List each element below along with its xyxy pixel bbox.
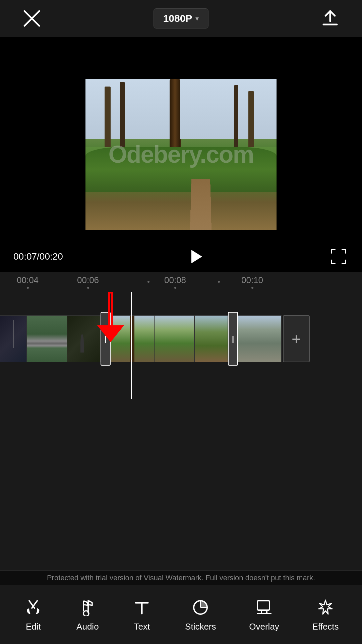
video-clip-5[interactable] (154, 315, 194, 362)
effects-label: Effects (312, 622, 339, 632)
timeline-section: 00:04 00:06 00:08 00:10 (0, 272, 362, 399)
play-button[interactable] (182, 243, 209, 270)
ruler-dot-04 (27, 287, 29, 289)
stickers-icon (190, 597, 210, 618)
toolbar-item-effects[interactable]: Effects (306, 594, 346, 635)
ruler-mark-08: 00:08 (164, 275, 186, 289)
clip-scene-7 (238, 316, 281, 362)
watermark-notice-text: Protected with trial version of Visual W… (47, 574, 315, 582)
video-clip-6[interactable] (194, 315, 228, 362)
resolution-label: 1080P (163, 13, 192, 24)
arrow-head (97, 325, 124, 342)
toolbar-item-stickers[interactable]: Stickers (178, 594, 223, 635)
video-clip-7[interactable] (238, 315, 282, 362)
audio-label: Audio (76, 622, 99, 632)
stickers-label: Stickers (185, 622, 216, 632)
toolbar-item-edit[interactable]: Edit (16, 594, 50, 635)
edit-label: Edit (26, 622, 41, 632)
toolbar-item-audio[interactable]: Audio (70, 594, 106, 635)
clips-strip[interactable]: | | + (0, 312, 362, 366)
overlay-icon (254, 597, 274, 618)
fullscreen-icon (330, 248, 347, 265)
split-marker-2[interactable]: | (228, 312, 238, 366)
video-clip-2[interactable] (27, 315, 67, 362)
clip-scene-2 (27, 316, 67, 362)
ruler-mark-04: 00:04 (17, 275, 39, 289)
text-label: Text (134, 622, 150, 632)
arrow-indicator (97, 292, 124, 342)
ruler-mark-10: 00:10 (241, 275, 263, 289)
ruler-mark-09 (218, 281, 220, 283)
audio-icon (77, 597, 98, 618)
time-display: 00:07/00:20 (13, 251, 63, 262)
split-marker-icon-2: | (232, 334, 234, 343)
clip-scene-5 (155, 316, 194, 362)
arrow-shaft (108, 292, 113, 325)
video-clip-1[interactable] (0, 315, 27, 362)
clip-scene-3 (67, 316, 100, 362)
ruler-mark-06: 00:06 (77, 275, 99, 289)
resolution-selector[interactable]: 1080P ▾ (154, 8, 209, 29)
toolbar-watermark-notice: Protected with trial version of Visual W… (0, 571, 362, 585)
ruler-time-04: 00:04 (17, 275, 39, 285)
close-button[interactable] (20, 7, 44, 30)
toolbar-items: Edit Audio Text (0, 585, 362, 644)
add-clip-button[interactable]: + (283, 315, 310, 362)
video-scene (85, 79, 277, 230)
export-icon (320, 8, 340, 29)
ruler-dot-08 (174, 287, 176, 289)
header: 1080P ▾ (0, 0, 362, 37)
ruler-mark-07 (147, 281, 149, 283)
ruler-dot-06 (87, 287, 89, 289)
text-icon (132, 597, 152, 618)
ruler-dot-09 (218, 281, 220, 283)
bottom-toolbar: Protected with trial version of Visual W… (0, 570, 362, 644)
effects-icon (315, 597, 336, 618)
export-button[interactable] (318, 7, 342, 30)
play-icon (191, 250, 202, 263)
ruler-time-08: 00:08 (164, 275, 186, 285)
chevron-down-icon: ▾ (195, 14, 199, 22)
clip-scene-1 (0, 316, 26, 362)
svg-rect-13 (257, 601, 269, 610)
ruler-time-06: 00:06 (77, 275, 99, 285)
playhead-line[interactable] (131, 292, 132, 399)
clip-scene-6 (195, 316, 228, 362)
overlay-label: Overlay (249, 622, 279, 632)
ruler-dot-10 (251, 287, 253, 289)
toolbar-item-overlay[interactable]: Overlay (242, 594, 286, 635)
video-clip-3[interactable] (67, 315, 101, 362)
edit-icon (23, 597, 43, 618)
video-preview: Odebery.com 00:07/00:20 (0, 37, 362, 272)
ruler-dot-mid (147, 281, 149, 283)
toolbar-item-text[interactable]: Text (125, 594, 159, 635)
video-frame: Odebery.com (85, 79, 277, 230)
fullscreen-button[interactable] (328, 247, 349, 267)
plus-icon: + (292, 330, 301, 348)
video-controls: 00:07/00:20 (0, 241, 362, 272)
ruler-time-10: 00:10 (241, 275, 263, 285)
time-ruler: 00:04 00:06 00:08 00:10 (0, 272, 362, 292)
ruler-marks: 00:04 00:06 00:08 00:10 (0, 272, 362, 292)
close-icon (23, 10, 41, 27)
